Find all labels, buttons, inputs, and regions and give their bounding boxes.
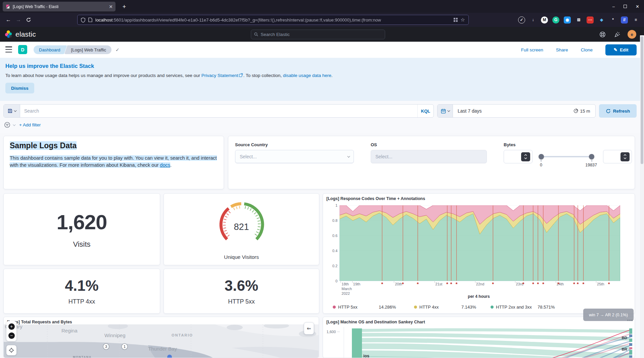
- browser-navbar: ← → localhost:5601/app/dashboards#/view/…: [0, 13, 644, 27]
- map-legend-toggle[interactable]: ⇐: [304, 322, 314, 334]
- annotation-marker[interactable]: *: [417, 281, 419, 287]
- download-icon[interactable]: ↓: [530, 16, 537, 24]
- docs-link[interactable]: docs: [160, 162, 170, 168]
- reload-button[interactable]: [24, 15, 34, 25]
- stepper-icon[interactable]: [620, 152, 630, 161]
- legend-item[interactable]: HTTP 5xx14.286%: [333, 304, 413, 310]
- bytes-min-input[interactable]: [504, 150, 533, 163]
- elastic-brand[interactable]: elastic: [15, 30, 36, 38]
- user-avatar[interactable]: e: [628, 30, 636, 39]
- sankey-dest-node[interactable]: [629, 347, 632, 349]
- back-button[interactable]: ←: [3, 15, 13, 25]
- global-search-input[interactable]: [261, 32, 382, 37]
- camera-extension-icon[interactable]: ◉: [564, 16, 571, 24]
- sankey-dest-node[interactable]: [629, 355, 632, 358]
- pin-extension-icon[interactable]: ◆: [598, 16, 605, 24]
- slider-handle-max[interactable]: [589, 154, 594, 159]
- nav-menu-icon[interactable]: [5, 46, 12, 52]
- shield-icon: [81, 17, 85, 23]
- disable-usage-link[interactable]: disable usage data here: [283, 73, 331, 78]
- sankey-source-node[interactable]: [352, 328, 362, 358]
- annotation-marker[interactable]: *: [557, 281, 559, 287]
- annotation-marker[interactable]: *: [522, 281, 524, 287]
- annotation-marker[interactable]: *: [402, 281, 404, 287]
- bytes-max-input[interactable]: [603, 150, 632, 163]
- edit-button[interactable]: ✎Edit: [605, 44, 637, 55]
- annotation-marker[interactable]: *: [573, 281, 575, 287]
- containers-icon[interactable]: [454, 18, 458, 22]
- os-select[interactable]: Select...: [371, 150, 487, 163]
- clone-button[interactable]: Clone: [581, 47, 593, 52]
- time-range-button[interactable]: Last 7 days: [453, 105, 568, 117]
- annotation-marker[interactable]: *: [608, 281, 610, 287]
- controls-panel: Source Country Select... OS Select... By…: [228, 136, 635, 189]
- bytes-range-slider[interactable]: 0 19837: [540, 150, 593, 169]
- breadcrumb-dashboard[interactable]: Dashboard: [34, 45, 67, 54]
- breadcrumb-current[interactable]: [Logs] Web Traffic: [64, 45, 111, 54]
- annotation-marker[interactable]: *: [537, 281, 539, 287]
- legend-item[interactable]: HTTP 2xx and 3xx78.571%: [491, 304, 571, 310]
- annotation-marker[interactable]: *: [381, 281, 383, 287]
- refresh-interval-button[interactable]: 15 m: [568, 105, 595, 117]
- annotation-marker[interactable]: *: [456, 281, 458, 287]
- sankey-dest-node[interactable]: [629, 343, 632, 346]
- chevron-down-icon[interactable]: [13, 123, 15, 126]
- help-button[interactable]: [598, 30, 606, 38]
- page-scrollbar-thumb[interactable]: [641, 36, 643, 164]
- newsfeed-button[interactable]: [613, 30, 621, 38]
- annotation-marker[interactable]: *: [583, 281, 585, 287]
- zoom-out-button[interactable]: −: [8, 332, 15, 339]
- set-view-button[interactable]: [6, 345, 16, 355]
- annotation-marker[interactable]: *: [532, 281, 534, 287]
- annotation-marker[interactable]: *: [577, 281, 579, 287]
- annotation-marker[interactable]: *: [450, 281, 452, 287]
- sankey-dest-node[interactable]: [629, 334, 632, 337]
- source-country-select[interactable]: Select...: [235, 150, 354, 163]
- page-info-icon[interactable]: [88, 17, 92, 22]
- zoom-in-button[interactable]: +: [8, 323, 15, 330]
- slider-handle-min[interactable]: [539, 154, 544, 159]
- share-button[interactable]: Share: [556, 47, 568, 52]
- url-bar[interactable]: localhost:5601/app/dashboards#/view/edf8…: [77, 15, 469, 25]
- window-close-button[interactable]: ✕: [636, 4, 639, 9]
- bytes-min-value: 0: [540, 163, 542, 167]
- filter-settings-icon[interactable]: [4, 122, 10, 128]
- tab-close-icon[interactable]: ✕: [109, 4, 113, 9]
- add-filter-button[interactable]: + Add filter: [19, 122, 41, 127]
- saved-query-button[interactable]: [4, 105, 20, 117]
- legend-item[interactable]: HTTP 4xx7.143%: [414, 304, 495, 310]
- annotation-marker[interactable]: *: [446, 281, 448, 287]
- sankey-dest-node[interactable]: [629, 350, 632, 355]
- browser-tab[interactable]: [Logs] Web Traffic - Elasti ✕: [3, 2, 116, 11]
- privacy-shield-icon[interactable]: ✓: [518, 16, 525, 24]
- slider-track[interactable]: [540, 156, 593, 157]
- annotation-marker[interactable]: *: [542, 281, 544, 287]
- window-minimize-button[interactable]: –: [612, 4, 615, 9]
- password-manager-icon[interactable]: ⋯: [587, 16, 594, 24]
- annotation-marker[interactable]: *: [492, 281, 494, 287]
- extensions-puzzle-icon[interactable]: ⊞: [575, 16, 582, 24]
- sankey-dest-node[interactable]: [629, 339, 632, 342]
- refresh-button[interactable]: Refresh: [599, 104, 637, 118]
- dashboard-app-badge[interactable]: D: [18, 45, 27, 54]
- sankey-dest-node[interactable]: [629, 328, 632, 334]
- http-5xx-label: HTTP 5xx: [228, 298, 255, 305]
- search-input[interactable]: [20, 105, 417, 117]
- slash-extension-icon[interactable]: //: [621, 16, 628, 24]
- forward-button[interactable]: →: [13, 15, 24, 25]
- grammarly-icon[interactable]: G: [552, 16, 559, 24]
- query-language-button[interactable]: KQL: [417, 105, 433, 117]
- menu-icon[interactable]: ≡: [632, 16, 639, 24]
- global-search[interactable]: [251, 30, 385, 39]
- window-maximize-button[interactable]: [624, 5, 627, 8]
- full-screen-button[interactable]: Full screen: [521, 47, 543, 52]
- map-canvas[interactable]: CalgaryReginaWinnipegONTARIOThunder BayM…: [4, 324, 319, 358]
- m-extension-icon[interactable]: M: [541, 16, 548, 24]
- gnome-extension-icon[interactable]: *: [609, 16, 616, 24]
- stepper-icon[interactable]: [521, 152, 530, 161]
- privacy-statement-link[interactable]: Privacy Statement: [201, 73, 238, 78]
- new-tab-button[interactable]: +: [120, 2, 129, 11]
- date-quick-select-button[interactable]: [438, 105, 453, 117]
- dismiss-button[interactable]: Dismiss: [5, 83, 34, 93]
- bookmark-star-icon[interactable]: ☆: [461, 17, 465, 23]
